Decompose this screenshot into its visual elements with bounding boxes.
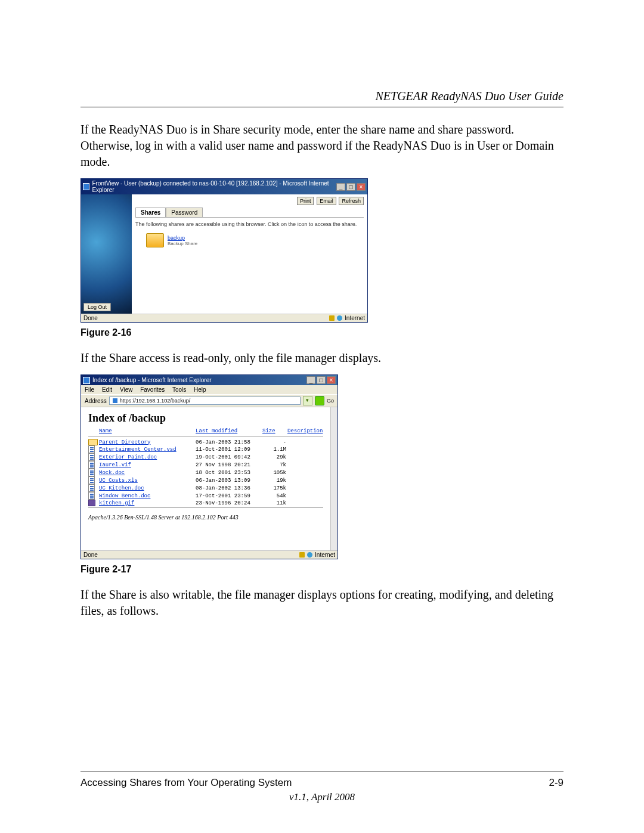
server-signature: Apache/1.3.26 Ben-SSL/1.48 Server at 192…: [88, 514, 323, 521]
file-modified: 17-Oct-2001 23:59: [196, 493, 261, 499]
file-icon: [88, 484, 95, 492]
list-item: Iaurel.vif27 Nov 1998 20:217k: [88, 461, 323, 469]
file-icon: [88, 492, 95, 500]
maximize-button[interactable]: □: [346, 183, 355, 191]
page-header-title: NETGEAR ReadyNAS Duo User Guide: [80, 89, 564, 103]
file-size: 7k: [262, 462, 286, 468]
file-link[interactable]: Parent Directory: [99, 439, 194, 445]
file-link[interactable]: UC Kitchen.doc: [99, 485, 194, 491]
footer-version: v1.1, April 2008: [80, 791, 564, 803]
index-heading: Index of /backup: [88, 412, 323, 425]
index-divider: [88, 436, 323, 436]
figure-2-17-label: Figure 2-17: [80, 564, 564, 575]
minimize-button[interactable]: _: [306, 376, 315, 384]
tab-password[interactable]: Password: [166, 208, 203, 217]
frontview-description: The following shares are accessible usin…: [135, 221, 364, 227]
file-link[interactable]: Window Bench.doc: [99, 493, 194, 499]
page-icon: [112, 398, 118, 404]
file-link[interactable]: Mock.doc: [99, 470, 194, 476]
file-size: -: [262, 439, 286, 445]
go-label: Go: [327, 398, 334, 404]
menu-favorites[interactable]: Favorites: [140, 386, 165, 393]
col-description[interactable]: Description: [287, 428, 323, 434]
file-modified: 06-Jan-2003 13:09: [196, 478, 261, 484]
refresh-button[interactable]: Refresh: [339, 197, 364, 205]
file-size: 54k: [262, 493, 286, 499]
folder-icon: [88, 439, 98, 445]
col-size[interactable]: Size: [262, 428, 286, 434]
file-icon: [88, 476, 95, 484]
ie-statusbar: Done Internet: [81, 314, 367, 322]
ie-app-icon: [83, 377, 90, 384]
frontview-sidebar: Log Out: [81, 194, 132, 314]
file-size: 29k: [262, 454, 286, 460]
menu-tools[interactable]: Tools: [172, 386, 186, 393]
status-zone: Internet: [315, 552, 335, 558]
index-body: Index of /backup Name Last modified Size…: [81, 407, 330, 550]
close-button[interactable]: ×: [327, 376, 336, 384]
menu-help[interactable]: Help: [194, 386, 206, 393]
close-button[interactable]: ×: [357, 183, 366, 191]
file-link[interactable]: UC Costs.xls: [99, 478, 194, 484]
file-link[interactable]: kitchen.gif: [99, 500, 194, 506]
list-item: UC Kitchen.doc08-Jan-2002 13:36175k: [88, 484, 323, 492]
file-size: 19k: [262, 478, 286, 484]
file-modified: 23-Nov-1996 20:24: [196, 500, 261, 506]
ie-titlebar: Index of /backup - Microsoft Internet Ex…: [81, 375, 338, 385]
email-button[interactable]: Email: [317, 197, 336, 205]
image-icon: [88, 500, 95, 506]
file-size: 11k: [262, 500, 286, 506]
frontview-window: FrontView - User (backup) connected to n…: [80, 178, 368, 323]
minimize-button[interactable]: _: [336, 183, 345, 191]
file-icon: [88, 469, 95, 476]
address-field[interactable]: https://192.168.1.102/backup/: [109, 397, 301, 405]
ie-statusbar: Done Internet: [81, 550, 338, 559]
maximize-button[interactable]: □: [317, 376, 326, 384]
index-window: Index of /backup - Microsoft Internet Ex…: [80, 374, 338, 559]
address-value: https://192.168.1.102/backup/: [120, 398, 191, 404]
vertical-scrollbar[interactable]: [330, 407, 338, 550]
file-icon: [88, 461, 95, 469]
file-modified: 06-Jan-2003 21:58: [196, 439, 261, 445]
file-modified: 11-Oct-2001 12:09: [196, 447, 261, 453]
col-name[interactable]: Name: [99, 428, 194, 434]
menu-edit[interactable]: Edit: [102, 386, 112, 393]
ie-titlebar: FrontView - User (backup) connected to n…: [81, 179, 367, 194]
file-icon: [88, 445, 95, 453]
file-link[interactable]: Exterior Paint.doc: [99, 454, 194, 460]
logout-button[interactable]: Log Out: [83, 303, 111, 311]
address-dropdown-icon[interactable]: ▾: [303, 396, 312, 405]
print-button[interactable]: Print: [297, 197, 314, 205]
list-item: Exterior Paint.doc19-Oct-2001 09:4229k: [88, 453, 323, 461]
file-modified: 27 Nov 1998 20:21: [196, 462, 261, 468]
index-columns: Name Last modified Size Description: [88, 428, 323, 434]
ie-menubar: File Edit View Favorites Tools Help: [81, 385, 338, 394]
file-size: 105k: [262, 470, 286, 476]
file-size: 175k: [262, 485, 286, 491]
file-link[interactable]: Entertainment Center.vsd: [99, 447, 194, 453]
list-item: kitchen.gif23-Nov-1996 20:2411k: [88, 500, 323, 506]
index-divider-bottom: [88, 507, 323, 508]
globe-icon: [307, 552, 312, 558]
tab-shares[interactable]: Shares: [135, 208, 166, 217]
status-left: Done: [83, 552, 98, 558]
writable-paragraph: If the Share is also writable, the file …: [80, 587, 564, 619]
col-modified[interactable]: Last modified: [196, 428, 261, 434]
menu-view[interactable]: View: [120, 386, 133, 393]
lock-icon: [329, 315, 335, 321]
go-button[interactable]: [315, 396, 324, 405]
ie-addressbar: Address https://192.168.1.102/backup/ ▾ …: [81, 394, 338, 407]
file-modified: 08-Jan-2002 13:36: [196, 485, 261, 491]
file-link[interactable]: Iaurel.vif: [99, 462, 194, 468]
menu-file[interactable]: File: [85, 386, 94, 393]
list-item: Parent Directory06-Jan-2003 21:58-: [88, 439, 323, 445]
ie-window-title: FrontView - User (backup) connected to n…: [92, 180, 336, 193]
address-label: Address: [85, 398, 107, 404]
share-item[interactable]: backup Backup Share: [146, 233, 364, 247]
file-modified: 19-Oct-2001 09:42: [196, 454, 261, 460]
ie-window-title: Index of /backup - Microsoft Internet Ex…: [92, 377, 212, 383]
share-name-link[interactable]: backup: [168, 235, 197, 241]
ie-app-icon: [83, 183, 89, 190]
lock-icon: [299, 552, 305, 558]
readonly-paragraph: If the Share access is read-only, only t…: [80, 350, 564, 366]
